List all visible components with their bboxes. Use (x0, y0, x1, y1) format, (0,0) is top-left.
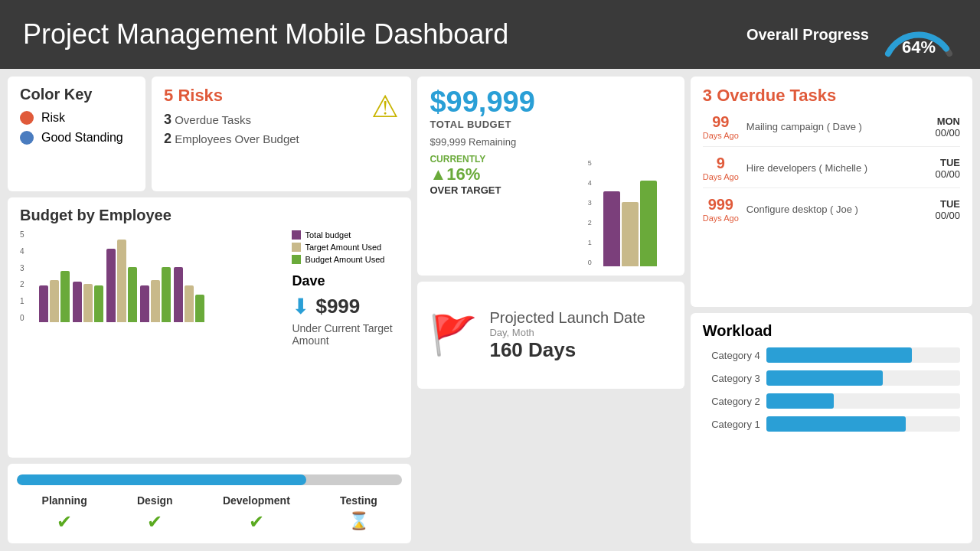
overdue-label: Overdue Tasks (717, 86, 836, 105)
workload-row-3: Category 3 (703, 370, 960, 386)
task-row: 99 Days Ago Mailing campaign ( Dave ) MO… (703, 113, 960, 147)
risks-card: 5 Risks 3 Overdue Tasks 2 Employees Over… (152, 77, 411, 191)
bar-group (39, 271, 70, 322)
budget-employee-card: Budget by Employee 5 4 3 2 1 0 (8, 197, 411, 458)
mini-bar-tan (622, 202, 639, 266)
color-key-card: Color Key Risk Good Standing (8, 77, 145, 191)
over-budget-count: 2 (164, 131, 172, 146)
milestones-row: Planning ✔ Design ✔ Development ✔ Testin… (17, 494, 402, 533)
task-date-3: TUE 00/00 (935, 198, 960, 221)
workload-label: Category 4 (703, 350, 760, 361)
progress-label: Overall Progress (746, 26, 869, 44)
check-icon: ✔ (57, 511, 72, 533)
workload-bar-outer (766, 416, 960, 432)
currently-label: CURRENTLY (430, 154, 578, 165)
target-info: CURRENTLY ▲16% OVER TARGET (430, 154, 578, 196)
workload-bar-fill (766, 347, 912, 363)
over-budget-label: Employees Over Budget (175, 132, 299, 145)
over-budget-risk: 2 Employees Over Budget (164, 131, 399, 147)
overdue-title: 3 Overdue Tasks (703, 86, 960, 106)
bar-green (162, 267, 171, 322)
overdue-label: Overdue Tasks (175, 113, 251, 126)
down-arrow-icon: ⬇ (292, 294, 309, 319)
bar-purple (106, 249, 116, 322)
budget-content: 5 4 3 2 1 0 (20, 230, 399, 347)
workload-row-2: Category 2 (703, 393, 960, 409)
budget-label: TOTAL BUDGET (430, 119, 578, 130)
launch-days: 160 Days (489, 338, 645, 362)
target-pct: ▲16% (430, 165, 578, 184)
mini-bar-green (640, 181, 657, 266)
task-days-3: 999 Days Ago (703, 196, 739, 223)
budget-amount: $99,999 (430, 86, 578, 119)
workload-bar-fill (766, 393, 835, 409)
overdue-count: 3 (164, 112, 172, 127)
milestone-testing: Testing ⌛ (340, 494, 377, 533)
workload-title: Workload (703, 322, 960, 340)
workload-label: Category 1 (703, 419, 760, 430)
bar-green (128, 267, 137, 322)
risk-label: Risk (41, 111, 65, 125)
milestone-progress-fill (17, 474, 306, 485)
risks-count: 5 (164, 86, 173, 105)
legend-green: Budget Amount Used (292, 255, 399, 264)
task-days-1: 99 Days Ago (703, 113, 739, 140)
launch-sub: Day, Moth (489, 327, 645, 338)
bar-group (106, 240, 137, 322)
budget-mini-chart: 5 4 3 2 1 0 (588, 86, 672, 266)
workload-bar-outer (766, 347, 960, 363)
task-row: 9 Days Ago Hire developers ( Michelle ) … (703, 155, 960, 188)
budget-summary-card: $99,999 TOTAL BUDGET $99,999 Remaining C… (417, 77, 684, 276)
launch-date-card: 🚩 Projected Launch Date Day, Moth 160 Da… (417, 282, 684, 389)
bar-green (195, 295, 204, 322)
right-panel: 3 Overdue Tasks 99 Days Ago Mailing camp… (691, 77, 972, 543)
dave-amount-row: ⬇ $999 (292, 294, 399, 319)
good-dot (20, 131, 34, 145)
workload-card: Workload Category 4 Category 3 Category … (691, 313, 972, 543)
progress-value: 64% (902, 37, 936, 57)
task-desc-3: Configure desktop ( Joe ) (746, 204, 928, 215)
task-date-2: TUE 00/00 (935, 157, 960, 180)
legend-tan: Target Amount Used (292, 243, 399, 252)
color-key-title: Color Key (20, 86, 133, 103)
task-desc-1: Mailing campaign ( Dave ) (746, 121, 928, 132)
dave-value: $999 (315, 295, 360, 318)
milestone-design: Design ✔ (137, 494, 173, 533)
task-days-2: 9 Days Ago (703, 155, 739, 181)
dave-label: Under Current Target Amount (292, 322, 399, 347)
bar-tan (117, 240, 126, 322)
milestone-development: Development ✔ (223, 494, 290, 533)
overdue-tasks-risk: 3 Overdue Tasks (164, 112, 399, 128)
bar-tan (151, 280, 160, 322)
risks-label: Risks (178, 86, 223, 105)
budget-big: $99,999 TOTAL BUDGET $99,999 Remaining C… (430, 86, 578, 266)
workload-bar-fill (766, 416, 906, 432)
mini-bar-purple (603, 191, 620, 266)
flag-icon: 🚩 (430, 313, 477, 357)
y-axis: 5 4 3 2 1 0 (20, 230, 24, 322)
page-title: Project Management Mobile Dashboard (23, 18, 508, 51)
employee-legend: Total budget Target Amount Used Budget A… (292, 230, 399, 347)
good-label: Good Standing (41, 131, 123, 145)
middle-panel: $99,999 TOTAL BUDGET $99,999 Remaining C… (417, 77, 684, 543)
check-icon: ✔ (147, 511, 162, 533)
main-content: Color Key Risk Good Standing 5 Risks 3 O… (0, 69, 980, 551)
budget-remaining: $99,999 Remaining (430, 136, 578, 148)
launch-info: Projected Launch Date Day, Moth 160 Days (489, 309, 645, 362)
legend-good: Good Standing (20, 131, 133, 145)
bar-purple (39, 285, 48, 322)
bar-group (140, 267, 171, 322)
bar-purple (174, 267, 183, 322)
workload-row-4: Category 4 (703, 347, 960, 363)
mini-bar-chart: 5 4 3 2 1 0 (588, 159, 672, 266)
legend-purple: Total budget (292, 230, 399, 240)
dave-info: Dave ⬇ $999 Under Current Target Amount (292, 273, 399, 347)
warning-icon: ⚠ (371, 89, 399, 124)
hourglass-icon: ⌛ (348, 511, 369, 531)
left-panel: Color Key Risk Good Standing 5 Risks 3 O… (8, 77, 411, 543)
workload-bar-fill (766, 370, 883, 386)
workload-bar-outer (766, 370, 960, 386)
bar-group (73, 282, 103, 322)
header: Project Management Mobile Dashboard Over… (0, 0, 980, 69)
overdue-tasks-card: 3 Overdue Tasks 99 Days Ago Mailing camp… (691, 77, 972, 307)
